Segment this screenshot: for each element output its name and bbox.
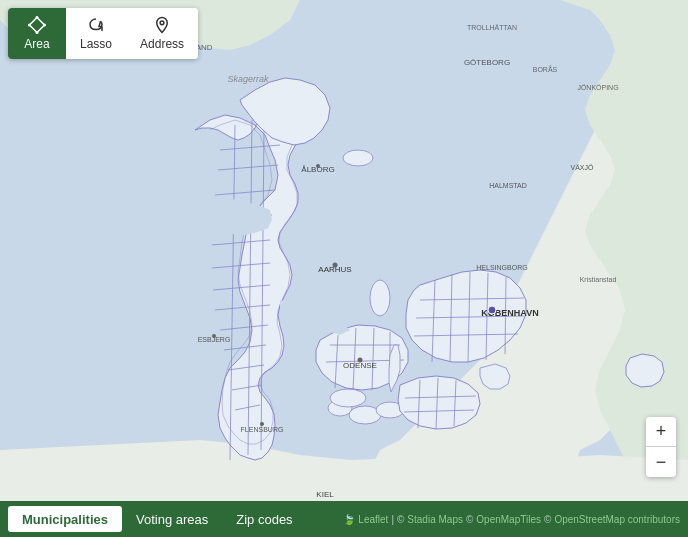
svg-text:HELSINGBORG: HELSINGBORG xyxy=(476,264,527,271)
bottom-bar: Municipalities Voting areas Zip codes 🍃 … xyxy=(0,501,688,537)
svg-point-64 xyxy=(212,334,216,338)
svg-text:GÖTEBORG: GÖTEBORG xyxy=(464,58,510,67)
svg-text:FLENSBURG: FLENSBURG xyxy=(241,426,284,433)
svg-point-66 xyxy=(260,422,264,426)
voting-areas-layer-button[interactable]: Voting areas xyxy=(122,506,222,532)
area-icon xyxy=(28,16,46,34)
svg-point-61 xyxy=(488,306,496,314)
svg-text:JÖNKÖPING: JÖNKÖPING xyxy=(577,84,618,91)
stadia-attribution[interactable]: Stadia Maps xyxy=(407,514,463,525)
leaflet-attribution[interactable]: Leaflet xyxy=(358,514,388,525)
toolbar: Area Lasso Address xyxy=(8,8,198,59)
svg-point-70 xyxy=(36,31,39,34)
svg-point-68 xyxy=(36,16,39,19)
svg-point-39 xyxy=(370,280,390,316)
svg-text:Kristianstad: Kristianstad xyxy=(580,276,617,283)
svg-point-40 xyxy=(343,150,373,166)
osm-attribution[interactable]: OpenStreetMap contributors xyxy=(554,514,680,525)
map-svg: KRISTIANSAND Skagerrak TROLLHÄTTAN GÖTEB… xyxy=(0,0,688,537)
svg-text:KIEL: KIEL xyxy=(316,490,334,499)
zoom-controls: + − xyxy=(646,417,676,477)
leaflet-icon: 🍃 xyxy=(343,514,355,525)
address-icon xyxy=(153,16,171,34)
zoom-out-button[interactable]: − xyxy=(646,447,676,477)
svg-point-41 xyxy=(330,389,366,407)
svg-text:BORÅS: BORÅS xyxy=(533,65,558,73)
svg-point-63 xyxy=(333,263,338,268)
svg-text:HALMSTAD: HALMSTAD xyxy=(489,182,527,189)
municipalities-layer-button[interactable]: Municipalities xyxy=(8,506,122,532)
svg-text:TROLLHÄTTAN: TROLLHÄTTAN xyxy=(467,24,517,31)
lasso-tool-button[interactable]: Lasso xyxy=(66,8,126,59)
svg-marker-67 xyxy=(30,18,45,33)
svg-point-65 xyxy=(358,358,363,363)
lasso-tool-label: Lasso xyxy=(80,37,112,51)
area-tool-button[interactable]: Area xyxy=(8,8,66,59)
svg-point-72 xyxy=(160,21,164,25)
zoom-in-button[interactable]: + xyxy=(646,417,676,447)
svg-text:Skagerrak: Skagerrak xyxy=(227,74,269,84)
zip-codes-layer-button[interactable]: Zip codes xyxy=(222,506,306,532)
lasso-icon xyxy=(87,16,105,34)
area-tool-label: Area xyxy=(24,37,49,51)
map-container: KRISTIANSAND Skagerrak TROLLHÄTTAN GÖTEB… xyxy=(0,0,688,537)
svg-point-71 xyxy=(28,24,31,27)
svg-point-62 xyxy=(316,164,320,168)
openmaptiles-attribution[interactable]: OpenMapTiles xyxy=(476,514,541,525)
address-tool-button[interactable]: Address xyxy=(126,8,198,59)
svg-text:VÄXJÖ: VÄXJÖ xyxy=(571,164,595,171)
address-tool-label: Address xyxy=(140,37,184,51)
svg-point-69 xyxy=(43,24,46,27)
